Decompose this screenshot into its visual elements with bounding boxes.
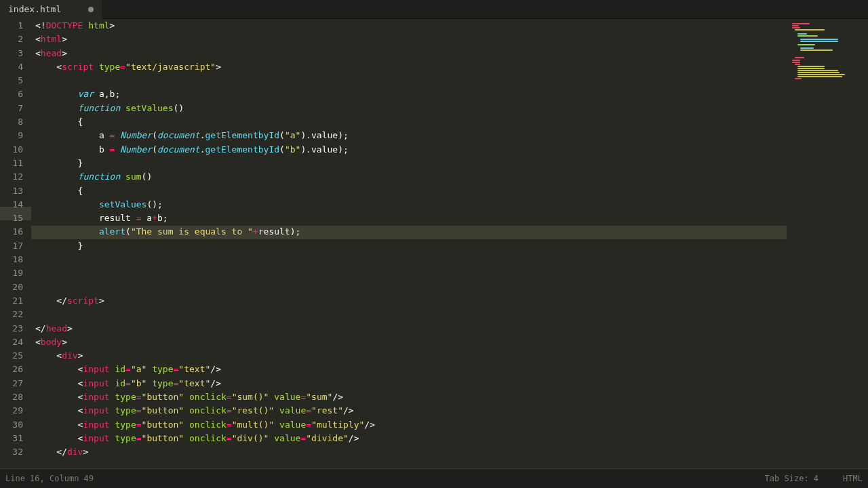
code-line[interactable]: <input type="button" onclick="rest()" va… [31, 404, 787, 418]
line-number: 25 [0, 349, 23, 363]
code-line[interactable]: function setValues() [31, 102, 787, 115]
code-line[interactable]: { [31, 184, 787, 198]
code-line[interactable]: </head> [31, 322, 787, 336]
minimap-line-icon [795, 29, 825, 30]
code-line[interactable]: </script> [31, 294, 787, 308]
code-line[interactable] [31, 253, 787, 266]
code-line[interactable]: <!DOCTYPE html> [31, 19, 787, 33]
status-bar: Line 16, Column 49 Tab Size: 4 HTML [0, 468, 868, 488]
minimap-line-icon [792, 60, 800, 61]
line-number: 24 [0, 336, 23, 349]
line-number: 30 [0, 418, 23, 432]
line-number: 12 [0, 170, 23, 184]
code-line[interactable]: <html> [31, 33, 787, 46]
code-line[interactable]: { [31, 115, 787, 129]
minimap-line-icon [792, 27, 800, 28]
line-number: 13 [0, 184, 23, 198]
code-line[interactable]: result = a+b; [31, 211, 787, 225]
minimap-line-icon [797, 76, 842, 77]
line-number: 29 [0, 404, 23, 418]
minimap-line-icon [797, 35, 818, 37]
line-number: 19 [0, 266, 23, 280]
line-number: 2 [0, 33, 23, 46]
code-line[interactable] [31, 266, 787, 280]
code-line[interactable] [31, 281, 787, 294]
line-number: 4 [0, 60, 23, 74]
tab-filename: index.html [8, 4, 61, 14]
line-number: 31 [0, 432, 23, 445]
minimap-line-icon [792, 23, 810, 24]
status-tab-size[interactable]: Tab Size: 4 [765, 474, 818, 483]
code-line[interactable]: <input type="button" onclick="sum()" val… [31, 390, 787, 404]
line-number: 11 [0, 157, 23, 170]
minimap-line-icon [795, 64, 800, 65]
code-line[interactable]: <script type="text/javascript"> [31, 60, 787, 74]
code-line[interactable]: <input id="a" type="text"/> [31, 363, 787, 376]
code-line[interactable] [31, 74, 787, 87]
minimap-line-icon [797, 70, 838, 71]
minimap-line-icon [792, 25, 799, 26]
line-number: 6 [0, 87, 23, 101]
code-line[interactable]: </div> [31, 445, 787, 459]
minimap-line-icon [797, 72, 840, 73]
line-number: 10 [0, 143, 23, 157]
line-number: 9 [0, 129, 23, 142]
minimap-line-icon [795, 57, 804, 58]
code-line[interactable]: var a,b; [31, 87, 787, 101]
line-number: 17 [0, 239, 23, 253]
minimap[interactable] [787, 19, 868, 468]
code-line[interactable]: <body> [31, 336, 787, 349]
status-syntax[interactable]: HTML [843, 474, 863, 483]
line-number: 3 [0, 47, 23, 60]
unsaved-dot-icon [88, 7, 94, 12]
minimap-line-icon [797, 44, 815, 45]
minimap-line-icon [797, 66, 825, 67]
editor: 1234567891011121314151617181920212223242… [0, 19, 868, 468]
line-number: 8 [0, 115, 23, 129]
code-line[interactable]: alert("The sum is equals to "+result); [31, 225, 787, 239]
minimap-line-icon [797, 74, 845, 75]
minimap-line-icon [800, 39, 838, 40]
minimap-line-icon [792, 62, 800, 63]
code-line[interactable]: <input type="button" onclick="mult()" va… [31, 418, 787, 432]
code-line[interactable]: b = Number(document.getElementbyId("b").… [31, 143, 787, 157]
line-number-gutter[interactable]: 1234567891011121314151617181920212223242… [0, 19, 31, 468]
minimap-line-icon [797, 33, 807, 35]
code-line[interactable]: <div> [31, 349, 787, 363]
line-number: 28 [0, 390, 23, 404]
line-number: 20 [0, 281, 23, 294]
code-line[interactable] [31, 308, 787, 321]
code-line[interactable]: setValues(); [31, 198, 787, 211]
minimap-line-icon [800, 49, 833, 51]
code-line[interactable]: function sum() [31, 170, 787, 184]
status-cursor-position[interactable]: Line 16, Column 49 [5, 474, 94, 483]
line-number: 16 [0, 225, 23, 239]
line-number: 1 [0, 19, 23, 33]
code-line[interactable]: <input id="b" type="text"/> [31, 377, 787, 390]
tab-bar: index.html [0, 0, 868, 19]
line-number: 23 [0, 322, 23, 336]
code-line[interactable]: <head> [31, 47, 787, 60]
code-line[interactable]: } [31, 239, 787, 253]
line-number: 18 [0, 253, 23, 266]
code-line[interactable]: a = Number(document.getElementbyId("a").… [31, 129, 787, 142]
line-number: 5 [0, 74, 23, 87]
line-number: 27 [0, 377, 23, 390]
line-number: 15 [0, 211, 23, 225]
line-number: 22 [0, 308, 23, 321]
line-number: 14 [0, 198, 23, 211]
line-number: 32 [0, 445, 23, 459]
code-line[interactable]: } [31, 157, 787, 170]
code-line[interactable]: <input type="button" onclick="div()" val… [31, 432, 787, 445]
line-number: 21 [0, 294, 23, 308]
minimap-line-icon [800, 47, 814, 49]
minimap-line-icon [795, 78, 802, 79]
line-number: 7 [0, 102, 23, 115]
minimap-line-icon [800, 41, 838, 42]
code-area[interactable]: <!DOCTYPE html><html><head> <script type… [31, 19, 787, 468]
tab-active[interactable]: index.html [0, 0, 102, 19]
line-number: 26 [0, 363, 23, 376]
minimap-line-icon [797, 68, 825, 69]
